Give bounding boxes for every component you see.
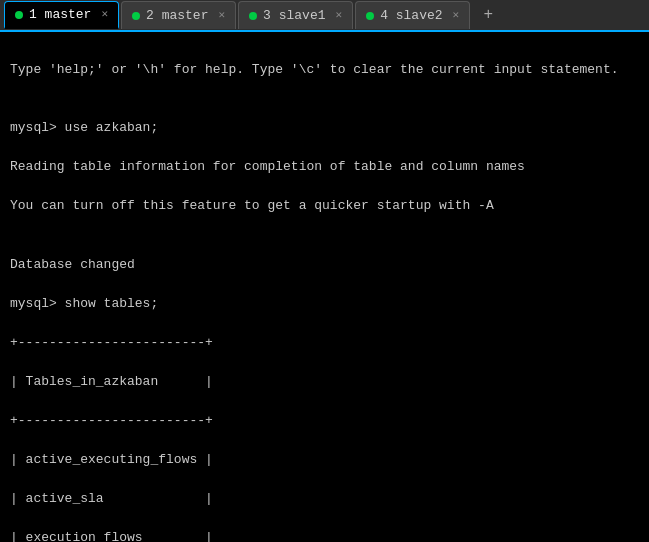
tab-4-dot	[366, 12, 374, 20]
terminal-line10: | Tables_in_azkaban |	[10, 374, 213, 389]
tab-2-close[interactable]: ✕	[218, 10, 225, 21]
tab-4-label: 4 slave2	[380, 8, 442, 23]
terminal-line3: mysql> use azkaban;	[10, 120, 158, 135]
terminal-line13: | active_sla |	[10, 491, 213, 506]
terminal-line8: mysql> show tables;	[10, 296, 158, 311]
tab-2-dot	[132, 12, 140, 20]
tab-3-dot	[249, 12, 257, 20]
tab-bar: 1 master ✕ 2 master ✕ 3 slave1 ✕ 4 slave…	[0, 0, 649, 32]
terminal-line11: +------------------------+	[10, 413, 213, 428]
tab-2-label: 2 master	[146, 8, 208, 23]
tab-2-master[interactable]: 2 master ✕	[121, 1, 236, 29]
tab-1-close[interactable]: ✕	[101, 9, 108, 20]
terminal-area[interactable]: Type 'help;' or '\h' for help. Type '\c'…	[0, 32, 649, 542]
terminal-line1: Type 'help;' or '\h' for help. Type '\c'…	[10, 62, 619, 77]
tab-4-close[interactable]: ✕	[453, 10, 460, 21]
tab-4-slave2[interactable]: 4 slave2 ✕	[355, 1, 470, 29]
terminal-line14: | execution_flows |	[10, 530, 213, 543]
tab-1-dot	[15, 11, 23, 19]
terminal-line9: +------------------------+	[10, 335, 213, 350]
tab-3-close[interactable]: ✕	[336, 10, 343, 21]
tab-3-label: 3 slave1	[263, 8, 325, 23]
terminal-line4: Reading table information for completion…	[10, 159, 525, 174]
add-tab-button[interactable]: +	[476, 3, 500, 27]
terminal-line5: You can turn off this feature to get a q…	[10, 198, 494, 213]
tab-1-label: 1 master	[29, 7, 91, 22]
tab-1-master[interactable]: 1 master ✕	[4, 1, 119, 29]
terminal-line7: Database changed	[10, 257, 135, 272]
terminal-line12: | active_executing_flows |	[10, 452, 213, 467]
tab-3-slave1[interactable]: 3 slave1 ✕	[238, 1, 353, 29]
